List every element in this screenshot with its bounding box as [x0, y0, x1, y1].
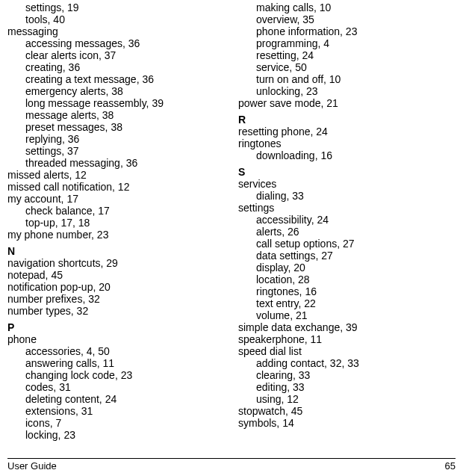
index-term: accessibility: [256, 214, 311, 226]
index-page-ref: 37: [105, 49, 116, 61]
index-term: turn on and off: [256, 73, 323, 85]
index-subentry: top-up, 17, 18: [7, 217, 225, 229]
index-term: settings: [238, 202, 274, 214]
index-page-ref: 4, 50: [87, 345, 110, 357]
index-page-ref: 24: [105, 393, 117, 405]
index-term: replying: [25, 133, 62, 145]
index-page-ref: 16: [305, 285, 317, 297]
index-subentry: settings, 19: [7, 1, 225, 13]
index-term: display: [256, 262, 288, 273]
index-subentry: codes, 31: [7, 381, 225, 393]
index-section-letter: P: [7, 321, 225, 333]
index-section-letter: N: [7, 245, 225, 257]
index-subentry: service, 50: [238, 61, 456, 73]
index-letter-label: R: [238, 114, 246, 126]
index-page-ref: 11: [311, 333, 323, 345]
index-subentry: deleting content, 24: [7, 393, 225, 405]
index-entry: simple data exchange, 39: [238, 321, 456, 333]
index-term: call setup options: [256, 238, 337, 250]
index-subentry: phone information, 23: [238, 25, 456, 37]
index-page-ref: 17, 18: [60, 217, 90, 229]
index-entry: number prefixes, 32: [7, 293, 225, 305]
index-term: messaging: [7, 25, 58, 37]
index-page-ref: 32, 33: [330, 357, 359, 369]
index-page-ref: 24: [316, 126, 328, 137]
index-subentry: answering calls, 11: [7, 357, 225, 369]
index-page-ref: 29: [106, 257, 118, 269]
index-page-ref: 23: [346, 25, 358, 37]
index-term: creating a text message: [25, 73, 137, 85]
index-subentry: emergency alerts, 38: [7, 85, 225, 97]
index-term: missed alerts: [7, 169, 69, 181]
index-entry: speed dial list: [238, 345, 456, 357]
index-term: changing lock code: [25, 369, 115, 381]
index-subentry: programming, 4: [238, 37, 456, 49]
index-entry: my account, 17: [7, 193, 225, 205]
index-term: speakerphone: [238, 333, 305, 345]
index-subentry: creating a text message, 36: [7, 73, 225, 85]
index-page-ref: 10: [329, 73, 341, 85]
index-subentry: clearing, 33: [238, 369, 456, 381]
index-term: phone: [7, 333, 37, 345]
index-subentry: threaded messaging, 36: [7, 157, 225, 169]
index-page-ref: 35: [302, 13, 314, 25]
index-subentry: unlocking, 23: [238, 85, 456, 97]
index-page-ref: 21: [296, 309, 308, 321]
index-subentry: using, 12: [238, 393, 456, 405]
index-term: number types: [7, 305, 71, 317]
index-page-ref: 45: [291, 405, 303, 417]
index-page-ref: 11: [103, 357, 115, 369]
index-term: unlocking: [256, 85, 300, 97]
index-subentry: replying, 36: [7, 133, 225, 145]
index-term: message alerts: [25, 109, 96, 121]
index-term: power save mode: [238, 97, 321, 109]
index-entry: services: [238, 178, 456, 190]
index-page-ref: 27: [321, 250, 333, 262]
index-subentry: creating, 36: [7, 61, 225, 73]
index-page-ref: 36: [142, 73, 154, 85]
index-entry: missed alerts, 12: [7, 169, 225, 181]
index-entry: settings: [238, 202, 456, 214]
index-subentry: making calls, 10: [238, 1, 456, 13]
index-subentry: changing lock code, 23: [7, 369, 225, 381]
index-term: clear alerts icon: [25, 49, 99, 61]
index-page-ref: 33: [299, 369, 311, 381]
index-term: number prefixes: [7, 293, 82, 305]
index-term: alerts: [256, 226, 282, 238]
index-subentry: accessibility, 24: [238, 214, 456, 226]
index-entry: power save mode, 21: [238, 97, 456, 109]
index-subentry: accessing messages, 36: [7, 37, 225, 49]
index-term: missed call notification: [7, 181, 112, 193]
index-page-ref: 50: [295, 61, 307, 73]
index-subentry: resetting, 24: [238, 49, 456, 61]
index-page-ref: 10: [320, 1, 332, 13]
index-page-ref: 36: [128, 37, 140, 49]
index-term: top-up: [25, 217, 55, 229]
index-term: ringtones: [256, 285, 299, 297]
index-page-ref: 33: [293, 381, 305, 393]
index-section-letter: S: [238, 166, 456, 178]
index-page-ref: 20: [293, 262, 305, 273]
index-term: notepad: [7, 269, 46, 281]
index-term: making calls: [256, 1, 314, 13]
index-entry: ringtones: [238, 137, 456, 149]
index-term: text entry: [256, 297, 299, 309]
index-term: accessing messages: [25, 37, 122, 49]
index-page-ref: 12: [75, 169, 87, 181]
index-subentry: dialing, 33: [238, 190, 456, 202]
index-entry: missed call notification, 12: [7, 181, 225, 193]
index-page-ref: 23: [97, 229, 109, 241]
index-page-ref: 23: [63, 429, 75, 441]
index-subentry: check balance, 17: [7, 205, 225, 217]
index-subentry: long message reassembly, 39: [7, 97, 225, 109]
index-term: icons: [25, 417, 50, 429]
index-letter-label: S: [238, 166, 245, 178]
index-section-letter: R: [238, 114, 456, 126]
index-subentry: preset messages, 38: [7, 121, 225, 133]
index-subentry: editing, 33: [238, 381, 456, 393]
index-subentry: downloading, 16: [238, 149, 456, 161]
index-term: downloading: [256, 149, 315, 161]
index-page-ref: 45: [51, 269, 63, 281]
index-term: creating: [25, 61, 63, 73]
index-term: emergency alerts: [25, 85, 105, 97]
